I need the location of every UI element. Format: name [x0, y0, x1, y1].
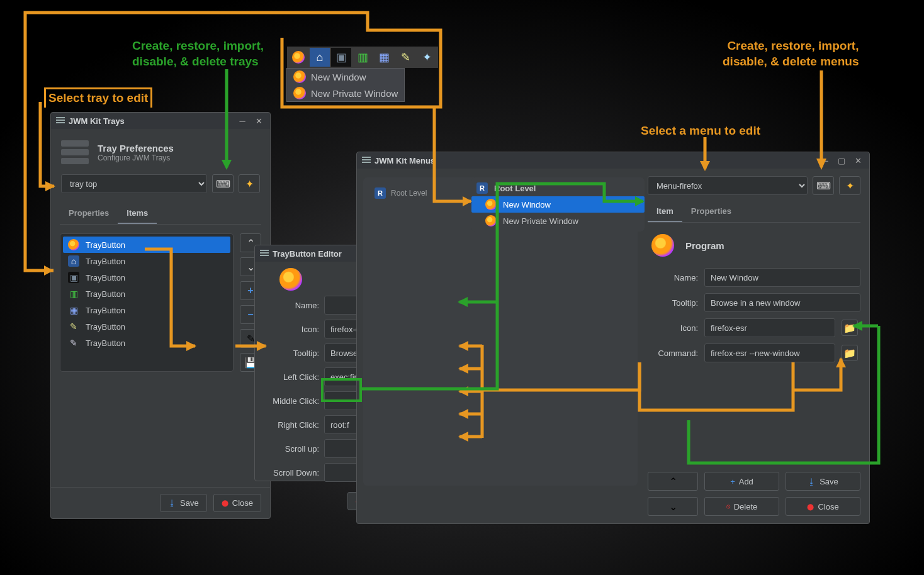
tree-item[interactable]: New Window — [471, 196, 645, 213]
tray-selector[interactable]: tray top — [61, 174, 207, 193]
trays-window: JWM Kit Trays ─ ✕ Tray Preferences Confi… — [50, 112, 271, 519]
annot-trays-cri: Create, restore, import, disable, & dele… — [132, 38, 264, 69]
firefox-icon — [279, 268, 302, 291]
firefox-icon — [651, 234, 674, 257]
tooltip-input[interactable] — [704, 293, 860, 312]
label-mclick: Middle Click: — [262, 396, 319, 406]
icon-browse-button[interactable]: 📁 — [842, 320, 858, 336]
label-rclick: Right Click: — [262, 420, 319, 430]
note2-icon: ✎ — [68, 337, 79, 349]
tray-icon-note: ✎ — [395, 48, 415, 67]
tab-properties[interactable]: Properties — [682, 201, 740, 222]
label-tooltip: Tooltip: — [262, 349, 319, 358]
label-name: Name: — [262, 301, 319, 310]
menu-item: New Private Window — [287, 85, 404, 101]
tab-item[interactable]: Item — [648, 201, 682, 222]
keyboard-icon-button[interactable]: ⌨ — [813, 176, 834, 195]
minimize-button[interactable]: ─ — [819, 155, 831, 165]
list-item[interactable]: ▥TrayButton — [63, 286, 230, 302]
firefox-icon — [68, 239, 79, 250]
window-title: JWM Kit Trays — [69, 116, 232, 126]
label-tooltip: Tooltip: — [648, 298, 698, 308]
root-icon: R — [476, 182, 488, 194]
tab-properties[interactable]: Properties — [60, 203, 118, 224]
tray-icon-firefox — [288, 48, 308, 67]
list-item[interactable]: TrayButton — [63, 237, 230, 253]
label-command: Command: — [648, 349, 698, 358]
star-action-button[interactable]: ✦ — [839, 176, 860, 195]
annot-menus-cri: Create, restore, import, disable, & dele… — [723, 38, 859, 69]
list-item[interactable]: ⌂TrayButton — [63, 253, 230, 269]
label-sup: Scroll up: — [262, 444, 319, 454]
label-icon: Icon: — [262, 325, 319, 334]
delete-button[interactable]: ⦸Delete — [704, 497, 779, 516]
tree-item-root[interactable]: R Root Level — [471, 180, 645, 196]
tray-graphic-icon — [61, 140, 89, 164]
prefs-subheader: Configure JWM Trays — [98, 154, 174, 162]
label-lclick: Left Click: — [262, 372, 319, 382]
root-icon: R — [375, 187, 386, 199]
titlebar: JWM Kit Trays ─ ✕ — [51, 113, 270, 129]
maximize-button[interactable]: ▢ — [835, 155, 848, 165]
tray-icon-gfx: ✦ — [417, 48, 437, 67]
firefox-icon — [485, 199, 497, 210]
terminal-icon: ▣ — [68, 272, 79, 283]
close-button[interactable]: ✕ — [852, 155, 864, 165]
list-item[interactable]: ▦TrayButton — [63, 302, 230, 318]
close-button[interactable]: ⬤Close — [786, 497, 860, 516]
menu-selector[interactable]: Menu-firefox — [648, 176, 808, 195]
tab-items[interactable]: Items — [118, 203, 157, 224]
move-up-button[interactable]: ⌃ — [648, 472, 698, 491]
example-tray: ⌂ ▣ ▥ ▦ ✎ ✦ — [287, 47, 438, 68]
window-icon — [56, 117, 65, 125]
graph-icon: ▥ — [68, 288, 79, 299]
window-icon — [260, 250, 269, 257]
menus-window: JWM Kit Menus ─ ▢ ✕ R Root Level R Root … — [356, 152, 870, 524]
highlight-rootf — [321, 378, 362, 402]
tree-root[interactable]: Root Level — [391, 189, 427, 198]
example-tray-menu: New Window New Private Window — [286, 68, 405, 102]
name-input[interactable] — [704, 268, 860, 287]
firefox-icon — [485, 215, 497, 226]
list-item[interactable]: ✎TrayButton — [63, 318, 230, 335]
tray-icon-terminal: ▣ — [331, 48, 351, 67]
move-down-button[interactable]: ⌄ — [648, 497, 698, 516]
window-title: JWM Kit Menus — [375, 156, 815, 165]
label-icon: Icon: — [648, 323, 698, 333]
add-button[interactable]: +Add — [704, 472, 779, 491]
minimize-button[interactable]: ─ — [236, 116, 249, 126]
home-icon: ⌂ — [68, 255, 79, 267]
annot-select-menu: Select a menu to edit — [641, 123, 760, 139]
tree-item[interactable]: New Private Window — [471, 213, 645, 229]
save-button[interactable]: ⭳Save — [160, 494, 207, 512]
annot-select-tray: Select tray to edit — [44, 87, 152, 108]
list-item[interactable]: ▣TrayButton — [63, 269, 230, 286]
tray-icon-cal: ▦ — [374, 48, 394, 67]
program-label: Program — [685, 240, 724, 251]
calendar-icon: ▦ — [68, 304, 79, 316]
star-action-button[interactable]: ✦ — [239, 174, 260, 193]
label-sdown: Scroll Down: — [262, 468, 319, 477]
note-icon: ✎ — [68, 321, 79, 332]
keyboard-icon-button[interactable]: ⌨ — [212, 174, 234, 193]
items-list: TrayButton ⌂TrayButton ▣TrayButton ▥Tray… — [60, 233, 234, 372]
command-browse-button[interactable]: 📁 — [842, 345, 858, 361]
menu-item: New Window — [287, 69, 404, 85]
window-icon — [362, 157, 371, 164]
tray-icon-graph: ▥ — [352, 48, 373, 67]
save-button[interactable]: ⭳Save — [786, 472, 860, 491]
command-input[interactable] — [704, 343, 835, 362]
tray-icon-home: ⌂ — [310, 48, 330, 67]
prefs-header: Tray Preferences — [98, 143, 174, 154]
close-button[interactable]: ⬤Close — [213, 494, 261, 512]
titlebar: JWM Kit Menus ─ ▢ ✕ — [357, 152, 869, 169]
close-button[interactable]: ✕ — [252, 116, 265, 126]
icon-input[interactable] — [704, 318, 835, 337]
label-name: Name: — [648, 273, 698, 282]
list-item[interactable]: ✎TrayButton — [63, 335, 230, 351]
